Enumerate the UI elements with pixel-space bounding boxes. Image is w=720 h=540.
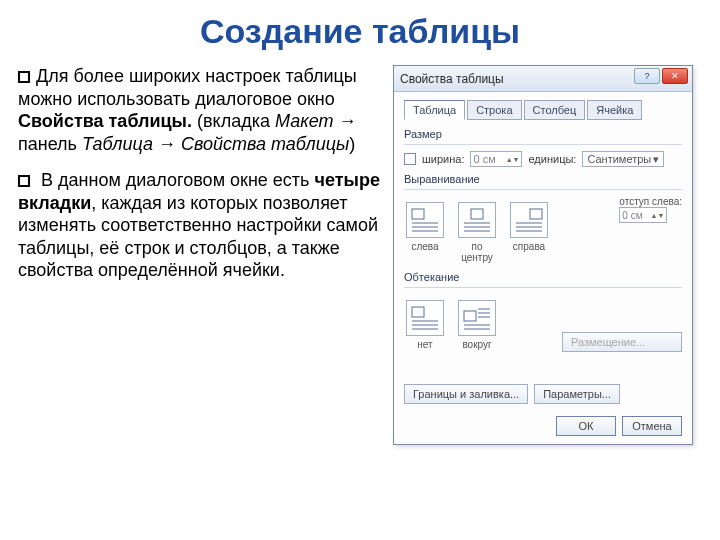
width-label: ширина: bbox=[422, 153, 464, 165]
ok-cancel-row: ОК Отмена bbox=[556, 416, 682, 436]
paragraph-1: Для более широких настроек таблицы можно… bbox=[18, 65, 383, 155]
align-left-icon bbox=[406, 202, 444, 238]
align-center-caption: по центру bbox=[456, 241, 498, 263]
p1-t1: Для более широких настроек таблицы можно… bbox=[18, 66, 357, 109]
bullet-icon bbox=[18, 175, 30, 187]
tabs: Таблица Строка Столбец Ячейка bbox=[404, 100, 682, 120]
indent-block: отступ слева: 0 см ▲▼ bbox=[619, 196, 682, 223]
wrap-around-caption: вокруг bbox=[462, 339, 491, 350]
page-title: Создание таблицы bbox=[0, 12, 720, 51]
align-center[interactable]: по центру bbox=[456, 202, 498, 263]
tab-column[interactable]: Столбец bbox=[524, 100, 586, 120]
size-label: Размер bbox=[404, 128, 682, 140]
p1-t2: (вкладка bbox=[192, 111, 275, 131]
align-right[interactable]: справа bbox=[508, 202, 550, 263]
chevron-down-icon: ▾ bbox=[653, 153, 659, 166]
ok-button[interactable]: ОК bbox=[556, 416, 616, 436]
svg-rect-8 bbox=[530, 209, 542, 219]
align-left[interactable]: слева bbox=[404, 202, 446, 263]
position-button[interactable]: Размещение... bbox=[562, 332, 682, 352]
dialog-titlebar: Свойства таблицы ? ✕ bbox=[394, 66, 692, 92]
divider bbox=[404, 189, 682, 190]
align-right-caption: справа bbox=[513, 241, 545, 252]
help-button[interactable]: ? bbox=[634, 68, 660, 84]
svg-rect-4 bbox=[471, 209, 483, 219]
p2-t1: В данном диалоговом окне есть bbox=[36, 170, 314, 190]
params-button[interactable]: Параметры... bbox=[534, 384, 620, 404]
divider bbox=[404, 144, 682, 145]
borders-button[interactable]: Границы и заливка... bbox=[404, 384, 528, 404]
wrap-none-icon bbox=[406, 300, 444, 336]
tab-cell[interactable]: Ячейка bbox=[587, 100, 642, 120]
width-row: ширина: 0 см ▲▼ единицы: Сантиметры ▾ bbox=[404, 151, 682, 167]
p1-arrow2: → bbox=[153, 134, 181, 154]
indent-value: 0 см bbox=[622, 210, 642, 221]
align-left-caption: слева bbox=[411, 241, 438, 252]
wrap-none[interactable]: нет bbox=[404, 300, 446, 350]
svg-rect-16 bbox=[464, 311, 476, 321]
divider bbox=[404, 287, 682, 288]
p1-i1: Макет bbox=[275, 111, 334, 131]
wrap-row: нет вокруг Размещение... bbox=[404, 294, 682, 352]
align-right-icon bbox=[510, 202, 548, 238]
align-options: слева по центру справа bbox=[404, 202, 550, 263]
dialog-footer: Границы и заливка... Параметры... bbox=[404, 384, 682, 404]
wrap-around[interactable]: вокруг bbox=[456, 300, 498, 350]
content-row: Для более широких настроек таблицы можно… bbox=[0, 65, 720, 445]
units-select[interactable]: Сантиметры ▾ bbox=[582, 151, 664, 167]
units-label: единицы: bbox=[528, 153, 576, 165]
indent-label: отступ слева: bbox=[619, 196, 682, 207]
spinner-arrows-icon: ▲▼ bbox=[651, 213, 665, 218]
width-spinner[interactable]: 0 см ▲▼ bbox=[470, 151, 522, 167]
p1-i2: Таблица bbox=[82, 134, 153, 154]
spinner-arrows-icon: ▲▼ bbox=[506, 157, 520, 162]
dialog-table-properties: Свойства таблицы ? ✕ Таблица Строка Стол… bbox=[393, 65, 693, 445]
indent-spinner[interactable]: 0 см ▲▼ bbox=[619, 207, 667, 223]
wrap-around-icon bbox=[458, 300, 496, 336]
units-value: Сантиметры bbox=[587, 153, 651, 165]
paragraph-2: В данном диалоговом окне есть четыре вкл… bbox=[18, 169, 383, 282]
align-center-icon bbox=[458, 202, 496, 238]
alignment-row: слева по центру справа bbox=[404, 196, 682, 265]
tab-table[interactable]: Таблица bbox=[404, 100, 465, 120]
wrap-options: нет вокруг bbox=[404, 300, 498, 350]
close-button[interactable]: ✕ bbox=[662, 68, 688, 84]
p1-bold: Свойства таблицы. bbox=[18, 111, 192, 131]
wrap-label: Обтекание bbox=[404, 271, 682, 283]
svg-rect-0 bbox=[412, 209, 424, 219]
wrap-none-caption: нет bbox=[417, 339, 432, 350]
bullet-icon bbox=[18, 71, 30, 83]
svg-rect-12 bbox=[412, 307, 424, 317]
p1-t3: ) bbox=[349, 134, 355, 154]
window-buttons: ? ✕ bbox=[634, 68, 688, 84]
text-column: Для более широких настроек таблицы можно… bbox=[18, 65, 383, 445]
dialog-body: Таблица Строка Столбец Ячейка Размер шир… bbox=[394, 92, 692, 360]
dialog-title: Свойства таблицы bbox=[400, 72, 504, 86]
cancel-button[interactable]: Отмена bbox=[622, 416, 682, 436]
p1-i3: Свойства таблицы bbox=[181, 134, 349, 154]
align-label: Выравнивание bbox=[404, 173, 682, 185]
tab-row[interactable]: Строка bbox=[467, 100, 521, 120]
width-checkbox[interactable] bbox=[404, 153, 416, 165]
width-value: 0 см bbox=[473, 153, 495, 165]
